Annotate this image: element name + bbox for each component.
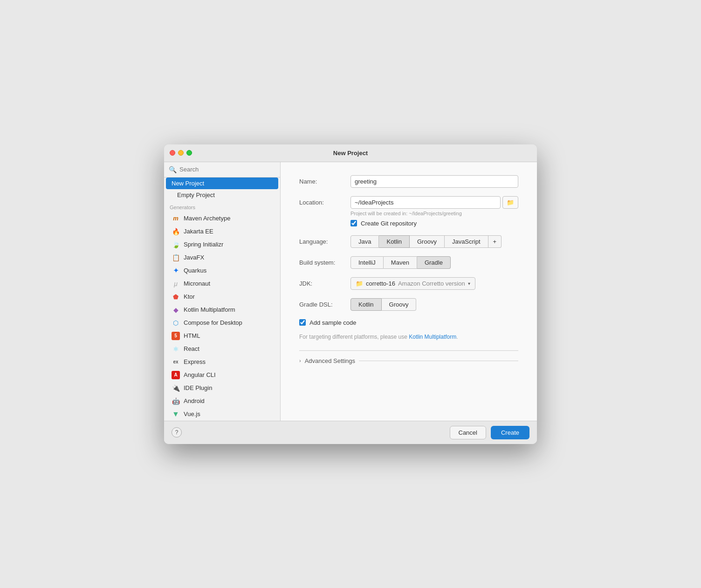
quarkus-icon: ✦ bbox=[172, 267, 180, 275]
sidebar-item-label: Android bbox=[184, 397, 205, 404]
create-git-checkbox[interactable] bbox=[350, 220, 357, 226]
angular-icon: A bbox=[172, 371, 180, 379]
name-control bbox=[350, 175, 518, 188]
sidebar-item-label: Maven Archetype bbox=[184, 215, 230, 222]
gradle-dsl-control: Kotlin Groovy bbox=[350, 298, 518, 311]
sidebar-list: New Project Empty Project Generators m M… bbox=[164, 178, 280, 421]
add-sample-label: Add sample code bbox=[309, 319, 356, 326]
cancel-button[interactable]: Cancel bbox=[450, 426, 486, 439]
sidebar-item-label: Kotlin Multiplatform bbox=[184, 306, 235, 313]
sidebar-item-label: Vue.js bbox=[184, 410, 200, 417]
sidebar-item-label: Compose for Desktop bbox=[184, 319, 242, 326]
create-button[interactable]: Create bbox=[491, 426, 529, 439]
jdk-control: 📁 corretto-16 Amazon Corretto version ▾ bbox=[350, 277, 518, 290]
location-hint: Project will be created in: ~/IdeaProjec… bbox=[350, 211, 518, 216]
sidebar-item-jakarta[interactable]: 🔥 Jakarta EE bbox=[166, 225, 278, 238]
language-btn-group: Java Kotlin Groovy JavaScript + bbox=[350, 235, 518, 248]
sidebar-item-new-project[interactable]: New Project bbox=[166, 178, 278, 189]
sidebar-item-compose[interactable]: ⬡ Compose for Desktop bbox=[166, 316, 278, 329]
maximize-button[interactable] bbox=[186, 150, 192, 156]
kotlin-multiplatform-link[interactable]: Kotlin Multiplatform bbox=[409, 334, 456, 340]
main-content: 🔍 New Project Empty Project Generators m… bbox=[164, 162, 537, 421]
location-input-row: 📁 bbox=[350, 196, 518, 209]
location-label: Location: bbox=[299, 196, 350, 206]
generators-section-label: Generators bbox=[164, 201, 280, 212]
sidebar-item-label: Micronaut bbox=[184, 280, 210, 287]
sidebar-item-express[interactable]: ex Express bbox=[166, 356, 278, 369]
name-label: Name: bbox=[299, 175, 350, 185]
language-groovy-btn[interactable]: Groovy bbox=[410, 235, 445, 248]
add-sample-checkbox[interactable] bbox=[299, 319, 306, 326]
build-maven-btn[interactable]: Maven bbox=[384, 256, 417, 269]
sidebar-item-label: JavaFX bbox=[184, 254, 204, 261]
sidebar-item-android[interactable]: 🤖 Android bbox=[166, 395, 278, 408]
compose-icon: ⬡ bbox=[172, 319, 180, 327]
language-java-btn[interactable]: Java bbox=[350, 235, 379, 248]
build-system-label: Build system: bbox=[299, 256, 350, 266]
create-git-label: Create Git repository bbox=[361, 220, 417, 227]
jdk-version: Amazon Corretto version bbox=[398, 280, 465, 287]
sidebar-item-javafx[interactable]: 📋 JavaFX bbox=[166, 251, 278, 264]
sidebar-item-html[interactable]: 5 HTML bbox=[166, 329, 278, 342]
advanced-settings-section[interactable]: › Advanced Settings bbox=[299, 350, 518, 364]
sidebar-item-vue[interactable]: ▼ Vue.js bbox=[166, 408, 278, 421]
sidebar-item-micronaut[interactable]: μ Micronaut bbox=[166, 277, 278, 290]
sidebar-item-kotlin-mp[interactable]: ◆ Kotlin Multiplatform bbox=[166, 303, 278, 316]
jdk-name: corretto-16 bbox=[366, 280, 395, 287]
sidebar-item-label: Quarkus bbox=[184, 267, 206, 274]
right-panel: Name: Location: 📁 Project will be create… bbox=[281, 162, 537, 421]
location-row: Location: 📁 Project will be created in: … bbox=[299, 196, 518, 227]
language-label: Language: bbox=[299, 235, 350, 245]
search-input[interactable] bbox=[179, 166, 275, 173]
gradle-dsl-label: Gradle DSL: bbox=[299, 298, 350, 308]
jdk-row: JDK: 📁 corretto-16 Amazon Corretto versi… bbox=[299, 277, 518, 290]
platform-hint: For targeting different platforms, pleas… bbox=[299, 333, 518, 341]
gradle-dsl-groovy-btn[interactable]: Groovy bbox=[382, 298, 417, 311]
sidebar-item-spring[interactable]: 🍃 Spring Initializr bbox=[166, 238, 278, 251]
sidebar-item-empty-project[interactable]: Empty Project bbox=[166, 189, 278, 201]
location-input[interactable] bbox=[350, 196, 501, 209]
javafx-icon: 📋 bbox=[172, 253, 180, 262]
sidebar-item-ktor[interactable]: ⬟ Ktor bbox=[166, 290, 278, 303]
sidebar-item-ide-plugin[interactable]: 🔌 IDE Plugin bbox=[166, 382, 278, 395]
build-gradle-btn[interactable]: Gradle bbox=[417, 256, 451, 269]
git-checkbox-row: Create Git repository bbox=[350, 220, 518, 227]
gradle-dsl-btn-group: Kotlin Groovy bbox=[350, 298, 518, 311]
bottom-bar: ? Cancel Create bbox=[164, 421, 537, 444]
sidebar-item-label: Ktor bbox=[184, 293, 195, 300]
advanced-divider bbox=[359, 361, 518, 361]
help-button[interactable]: ? bbox=[172, 427, 182, 438]
sidebar-item-label: Jakarta EE bbox=[184, 228, 213, 235]
name-row: Name: bbox=[299, 175, 518, 188]
sidebar-item-maven[interactable]: m Maven Archetype bbox=[166, 212, 278, 225]
sidebar-item-angular[interactable]: A Angular CLI bbox=[166, 369, 278, 382]
sidebar-item-label: New Project bbox=[172, 180, 204, 187]
sidebar-item-quarkus[interactable]: ✦ Quarkus bbox=[166, 264, 278, 277]
close-button[interactable] bbox=[170, 150, 175, 156]
jdk-select[interactable]: 📁 corretto-16 Amazon Corretto version ▾ bbox=[350, 277, 475, 290]
minimize-button[interactable] bbox=[178, 150, 184, 156]
sidebar-item-label: Empty Project bbox=[177, 191, 215, 198]
browse-button[interactable]: 📁 bbox=[502, 196, 518, 209]
name-input[interactable] bbox=[350, 175, 518, 188]
gradle-dsl-kotlin-btn[interactable]: Kotlin bbox=[350, 298, 382, 311]
html-icon: 5 bbox=[172, 332, 180, 340]
main-window: New Project 🔍 New Project Empty Project … bbox=[164, 144, 537, 444]
build-intellij-btn[interactable]: IntelliJ bbox=[350, 256, 384, 269]
language-control: Java Kotlin Groovy JavaScript + bbox=[350, 235, 518, 248]
language-javascript-btn[interactable]: JavaScript bbox=[445, 235, 488, 248]
language-add-btn[interactable]: + bbox=[488, 235, 502, 248]
location-control: 📁 Project will be created in: ~/IdeaProj… bbox=[350, 196, 518, 227]
sidebar-item-label: React bbox=[184, 345, 199, 352]
language-row: Language: Java Kotlin Groovy JavaScript … bbox=[299, 235, 518, 248]
maven-icon: m bbox=[172, 214, 180, 223]
title-bar: New Project bbox=[164, 144, 537, 162]
sidebar-item-label: Spring Initializr bbox=[184, 241, 223, 248]
jdk-label: JDK: bbox=[299, 277, 350, 287]
sidebar-item-react[interactable]: ⚛ React bbox=[166, 342, 278, 356]
sidebar-item-label: IDE Plugin bbox=[184, 384, 212, 391]
sample-code-row: Add sample code bbox=[299, 319, 518, 326]
build-system-row: Build system: IntelliJ Maven Gradle bbox=[299, 256, 518, 269]
language-kotlin-btn[interactable]: Kotlin bbox=[379, 235, 410, 248]
traffic-lights bbox=[170, 150, 192, 156]
